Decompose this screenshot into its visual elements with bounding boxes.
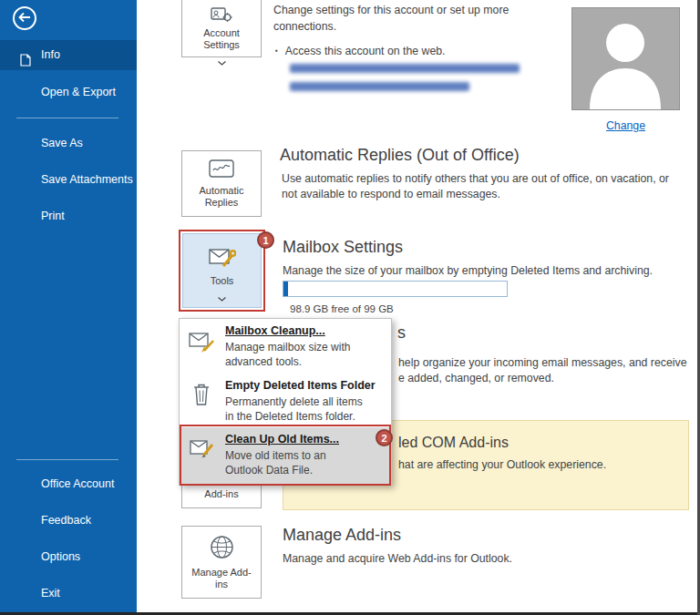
manage-addins-heading: Manage Add-ins: [283, 526, 401, 545]
mailbox-settings-heading: Mailbox Settings: [283, 238, 403, 257]
sidebar-item-label: Options: [41, 550, 80, 563]
photo-change-link-wrap: Change: [571, 117, 680, 133]
sidebar-item-label: Feedback: [41, 514, 91, 527]
tools-dropdown-menu: Mailbox Cleanup... Manage mailbox size w…: [179, 318, 392, 486]
automatic-replies-desc-line1: Use automatic replies to notify others t…: [282, 172, 669, 185]
sidebar-item-info[interactable]: Info: [0, 40, 137, 70]
sidebar-item-save-attachments[interactable]: Save Attachments: [0, 166, 137, 194]
mailbox-tools-button[interactable]: Tools: [182, 233, 262, 308]
sidebar-item-label: Save Attachments: [41, 173, 133, 186]
sidebar-item-exit[interactable]: Exit: [0, 579, 137, 608]
menu-item-desc: Outlook Data File.: [225, 464, 313, 477]
person-silhouette-icon: [572, 8, 679, 109]
mailbox-settings-desc: Manage the size of your mailbox by empty…: [283, 264, 653, 277]
menu-item-title: Clean Up Old Items...: [225, 433, 339, 446]
account-settings-label: Account: [203, 27, 240, 39]
bullet-icon: ▪: [275, 46, 278, 55]
manage-addins-button[interactable]: Manage Add- ins: [181, 526, 262, 599]
sidebar-item-save-as[interactable]: Save As: [0, 129, 137, 158]
manage-addins-desc: Manage and acquire Web Add-ins for Outlo…: [283, 552, 512, 565]
automatic-replies-heading: Automatic Replies (Out of Office): [280, 146, 520, 165]
sidebar-item-label: Exit: [41, 587, 60, 600]
annotation-step1-badge: 1: [257, 231, 274, 249]
account-description-line1: Change settings for this account or set …: [273, 4, 509, 16]
menu-item-desc: Permanently delete all items: [225, 395, 363, 408]
account-settings-label: Settings: [203, 39, 240, 51]
menu-item-desc: in the Deleted Items folder.: [225, 410, 355, 423]
storage-free-text: 98.9 GB free of 99 GB: [290, 303, 394, 314]
chevron-down-icon: [218, 289, 226, 305]
com-addins-button-label: Add-ins: [204, 488, 238, 500]
sidebar-item-print[interactable]: Print: [0, 202, 137, 231]
com-addins-heading-fragment: led COM Add-ins: [398, 435, 509, 451]
sidebar-item-open-export[interactable]: Open & Export: [0, 78, 137, 107]
automatic-replies-desc-line2: not available to respond to email messag…: [282, 188, 500, 200]
account-settings-icon: [211, 4, 232, 27]
sidebar-item-label: Print: [41, 210, 65, 222]
menu-item-title: Mailbox Cleanup...: [225, 324, 325, 337]
sidebar-item-office-account[interactable]: Office Account: [0, 470, 137, 498]
menu-item-desc: advanced tools.: [225, 355, 302, 368]
sidebar-divider: [16, 459, 118, 460]
sidebar-item-feedback[interactable]: Feedback: [0, 507, 137, 535]
account-description-line2: connections.: [273, 20, 336, 33]
mailbox-cleanup-icon: [189, 330, 216, 357]
sidebar-item-label: Office Account: [41, 477, 114, 490]
globe-icon: [210, 535, 234, 563]
sidebar-item-label: Save As: [41, 137, 83, 149]
info-page-icon: [20, 48, 31, 78]
menu-item-title: Empty Deleted Items Folder: [225, 379, 376, 392]
com-addins-desc-fragment: hat are affecting your Outlook experienc…: [398, 458, 606, 471]
storage-usage-bar: [283, 281, 508, 297]
back-arrow-icon: [18, 10, 31, 26]
profile-photo[interactable]: [571, 7, 680, 110]
rules-desc-fragment-line1: help organize your incoming email messag…: [398, 356, 686, 369]
manage-addins-label: Manage Add-: [191, 567, 251, 579]
tools-envelope-wrench-icon: [209, 245, 236, 272]
empty-deleted-items-icon: [192, 383, 211, 410]
automatic-replies-button[interactable]: Automatic Replies: [181, 150, 262, 217]
account-web-access-text: Access this account on the web.: [285, 45, 446, 57]
automatic-replies-label: Automatic: [200, 185, 244, 197]
manage-addins-label: ins: [215, 579, 228, 590]
clean-up-old-items-icon: [190, 436, 215, 463]
redacted-link-1[interactable]: [290, 64, 520, 73]
chevron-down-icon: [218, 53, 226, 69]
backstage-sidebar: Info Open & Export Save As Save Attachme…: [0, 0, 137, 615]
outlook-backstage-window: Info Open & Export Save As Save Attachme…: [0, 0, 700, 615]
account-web-access-bullet: ▪Access this account on the web.: [275, 42, 446, 58]
annotation-step2-badge: 2: [376, 429, 393, 446]
rules-heading-fragment: s: [397, 323, 406, 343]
rules-desc-fragment-line2: e added, changed, or removed.: [398, 372, 554, 384]
menu-item-desc: Move old items to an: [225, 449, 326, 462]
back-button[interactable]: [13, 6, 36, 30]
redacted-link-2[interactable]: [290, 82, 469, 91]
sidebar-divider: [16, 118, 118, 118]
change-photo-link[interactable]: Change: [606, 119, 645, 132]
storage-bar-fill: [283, 282, 288, 296]
automatic-replies-label: Replies: [205, 197, 239, 209]
sidebar-item-options[interactable]: Options: [0, 543, 137, 571]
sidebar-item-label: Info: [41, 48, 60, 61]
automatic-replies-icon: [209, 159, 234, 181]
menu-item-desc: Manage mailbox size with: [225, 341, 350, 354]
tools-button-label: Tools: [211, 275, 234, 287]
account-settings-button[interactable]: Account Settings: [181, 0, 262, 57]
sidebar-item-label: Open & Export: [41, 86, 116, 98]
